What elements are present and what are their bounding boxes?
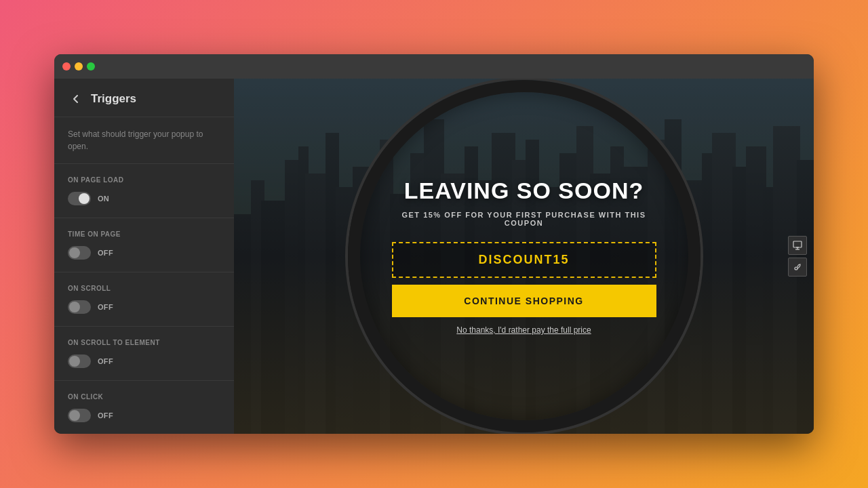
browser-content: Triggers Set what should trigger your po… — [54, 79, 814, 434]
trigger-on-click: ON CLICK OFF — [54, 381, 234, 434]
svg-rect-37 — [793, 241, 802, 247]
trigger-row-page-load: ON — [68, 192, 220, 205]
trigger-on-scroll: ON SCROLL OFF — [54, 272, 234, 327]
toggle-knob-scroll — [69, 302, 80, 312]
trigger-on-page-load: ON PAGE LOAD ON — [54, 164, 234, 218]
browser-dots — [62, 62, 95, 70]
right-toolbar — [788, 236, 807, 277]
toggle-click[interactable] — [68, 409, 91, 422]
dot-green[interactable] — [87, 62, 95, 70]
toggle-knob-time — [69, 247, 80, 258]
coupon-code: DISCOUNT15 — [478, 253, 569, 266]
browser-titlebar — [54, 54, 814, 79]
trigger-scroll-to-element: ON SCROLL TO ELEMENT OFF — [54, 327, 234, 381]
trigger-time-on-page: TIME ON PAGE OFF — [54, 218, 234, 272]
trigger-label-click: ON CLICK — [68, 393, 220, 401]
trigger-label-scroll-element: ON SCROLL TO ELEMENT — [68, 339, 220, 346]
toggle-text-scroll-element: OFF — [98, 357, 113, 365]
monitor-icon-button[interactable] — [788, 236, 807, 255]
toggle-knob-click — [69, 410, 80, 421]
sidebar-header: Triggers — [54, 79, 234, 117]
toggle-page-load[interactable] — [68, 192, 91, 205]
sidebar-description: Set what should trigger your popup to op… — [54, 117, 234, 164]
continue-shopping-button[interactable]: CONTINUE SHOPPING — [392, 285, 656, 317]
preview-background: LEAVING SO SOON? GET 15% OFF FOR YOUR FI… — [234, 79, 814, 434]
trigger-row-time: OFF — [68, 246, 220, 260]
toggle-knob-page-load — [79, 193, 90, 204]
popup-modal: LEAVING SO SOON? GET 15% OFF FOR YOUR FI… — [392, 178, 656, 335]
dot-yellow[interactable] — [75, 62, 83, 70]
dot-red[interactable] — [62, 62, 71, 70]
toggle-text-time: OFF — [98, 249, 113, 257]
toggle-text-scroll: OFF — [98, 303, 113, 311]
toggle-text-page-load: ON — [98, 195, 109, 203]
paint-icon-button[interactable] — [788, 258, 807, 277]
coupon-box: DISCOUNT15 — [392, 242, 656, 278]
browser-window: Triggers Set what should trigger your po… — [54, 54, 814, 434]
trigger-label-scroll: ON SCROLL — [68, 285, 220, 292]
sidebar: Triggers Set what should trigger your po… — [54, 79, 234, 434]
sidebar-title: Triggers — [91, 92, 136, 106]
toggle-text-click: OFF — [98, 411, 113, 420]
toggle-knob-scroll-element — [69, 356, 80, 367]
decline-link[interactable]: No thanks, I'd rather pay the full price — [456, 325, 591, 335]
svg-point-41 — [795, 267, 797, 270]
trigger-label-time: TIME ON PAGE — [68, 230, 220, 238]
popup-title: LEAVING SO SOON? — [404, 178, 644, 204]
toggle-scroll[interactable] — [68, 300, 91, 314]
trigger-row-scroll: OFF — [68, 300, 220, 314]
toggle-time[interactable] — [68, 246, 91, 260]
trigger-row-click: OFF — [68, 409, 220, 422]
toggle-scroll-element[interactable] — [68, 354, 91, 368]
popup-subtitle: GET 15% OFF FOR YOUR FIRST PURCHASE WITH… — [392, 211, 656, 227]
trigger-label-page-load: ON PAGE LOAD — [68, 176, 220, 184]
trigger-row-scroll-element: OFF — [68, 354, 220, 368]
preview-area: LEAVING SO SOON? GET 15% OFF FOR YOUR FI… — [234, 79, 814, 434]
back-button[interactable] — [68, 91, 84, 107]
